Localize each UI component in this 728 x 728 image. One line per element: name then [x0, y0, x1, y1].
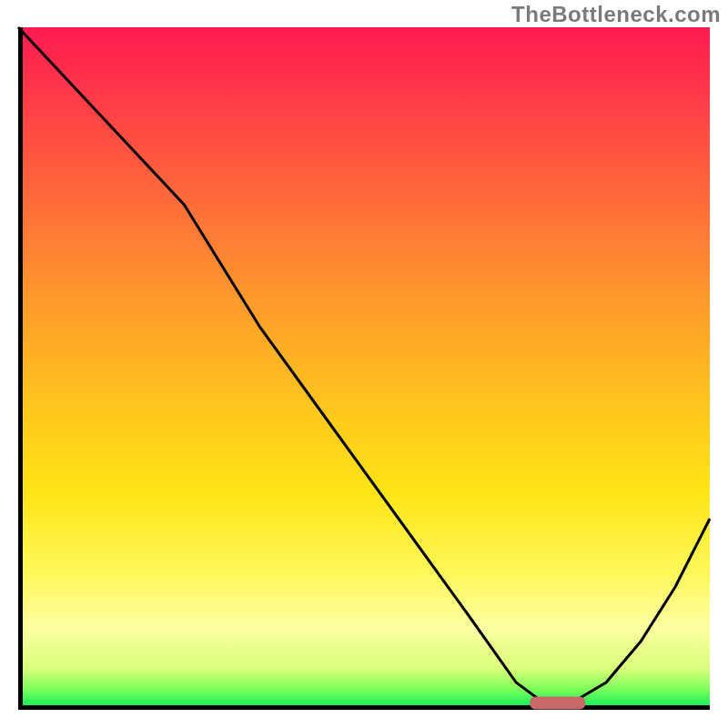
chart-stage: TheBottleneck.com	[0, 0, 728, 728]
chart-overlay	[18, 27, 710, 710]
watermark-text: TheBottleneck.com	[511, 2, 721, 27]
bottleneck-curve	[18, 27, 710, 703]
optimal-marker	[530, 697, 585, 710]
plot-area	[18, 27, 710, 710]
